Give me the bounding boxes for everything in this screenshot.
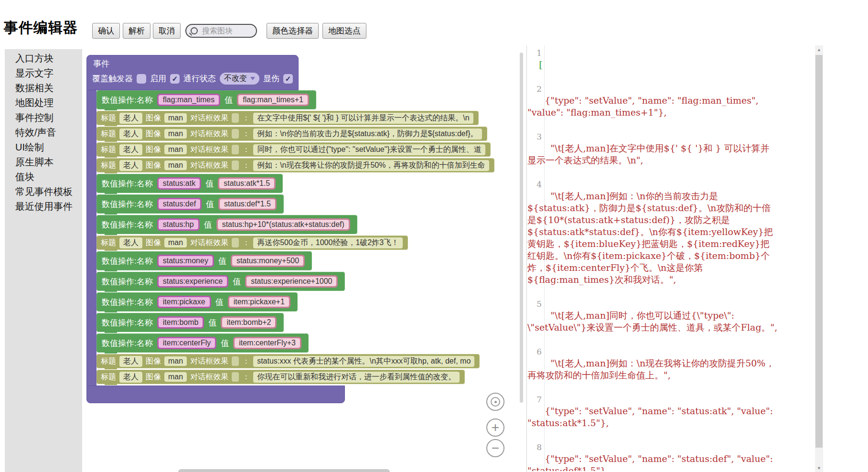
sidebar-category-item[interactable]: 显示文字: [15, 66, 82, 81]
name-chip[interactable]: item:pickaxe: [159, 297, 210, 307]
title-field[interactable]: 老人: [119, 237, 142, 248]
event-block[interactable]: 事件 覆盖触发器 启用 ✓ 通行状态 不改变 显伤 ✓: [86, 55, 494, 403]
name-chip[interactable]: status:money: [159, 256, 213, 266]
title-field[interactable]: 老人: [119, 160, 142, 171]
effect-field[interactable]: [232, 372, 239, 382]
dialog-block[interactable]: 标题 老人 图像 man 对话框效果 ： 你现在可以重新和我进行对话，进一步看到…: [96, 370, 465, 384]
name-chip[interactable]: item:centerFly: [159, 338, 215, 348]
code-scrollbar-thumb[interactable]: [815, 55, 823, 448]
scroll-up-icon[interactable]: ▲: [815, 45, 823, 54]
cancel-button[interactable]: 取消: [153, 23, 181, 39]
effect-field[interactable]: [232, 356, 239, 366]
sidebar-category-item[interactable]: 地图处理: [15, 96, 82, 110]
title-field[interactable]: 老人: [119, 144, 142, 155]
zoom-in-button[interactable]: +: [486, 418, 504, 437]
image-field[interactable]: man: [164, 356, 187, 366]
override-trigger-checkbox[interactable]: [137, 74, 146, 84]
effect-field[interactable]: [232, 113, 239, 123]
search-input[interactable]: [201, 26, 252, 36]
enable-checkbox[interactable]: ✓: [170, 74, 180, 84]
setvalue-block[interactable]: 数值操作:名称 status:money 值 status:money+500: [96, 251, 312, 270]
pass-state-dropdown[interactable]: 不改变: [220, 73, 259, 85]
name-chip[interactable]: item:bomb: [159, 318, 203, 327]
value-chip[interactable]: item:centerFly+3: [235, 338, 300, 348]
name-chip[interactable]: status:experience: [159, 277, 227, 286]
dialog-text-field[interactable]: 再送你500金币，1000经验，1破2炸3飞！: [253, 237, 403, 248]
value-chip[interactable]: status:experience+1000: [246, 277, 336, 286]
dialog-block[interactable]: 标题 老人 图像 man 对话框效果 ： 在文字中使用${' ${ '}和 } …: [96, 111, 479, 125]
value-chip[interactable]: status:money+500: [232, 256, 303, 266]
name-chip[interactable]: flag:man_times: [159, 95, 219, 105]
image-field[interactable]: man: [164, 238, 187, 247]
dialog-text-field[interactable]: 同时，你也可以通过{"type": "setValue"}来设置一个勇士的属性、…: [253, 144, 485, 155]
code-line[interactable]: 3 "\t[老人,man]在文字中使用${' ${ '}和 } 可以计算并显示一…: [527, 130, 778, 178]
title-field[interactable]: 老人: [119, 356, 142, 367]
blockly-workspace[interactable]: 事件 覆盖触发器 启用 ✓ 通行状态 不改变 显伤 ✓: [82, 45, 526, 472]
dialog-block[interactable]: 标题 老人 图像 man 对话框效果 ： 例如：\n现在我将让你的攻防提升50%…: [96, 158, 494, 172]
dialog-text-field[interactable]: 你现在可以重新和我进行对话，进一步看到属性值的改变。: [253, 372, 460, 383]
name-chip[interactable]: status:def: [159, 199, 200, 209]
workspace-horizontal-scrollbar[interactable]: [178, 469, 390, 472]
parse-button[interactable]: 解析: [123, 23, 150, 39]
sidebar-category-item[interactable]: 原生脚本: [15, 155, 82, 170]
sidebar-category-item[interactable]: 常见事件模板: [15, 184, 82, 199]
image-field[interactable]: man: [164, 145, 187, 154]
value-chip[interactable]: item:pickaxe+1: [229, 297, 289, 307]
sidebar-category-item[interactable]: 数据相关: [15, 81, 82, 96]
zoom-reset-button[interactable]: [486, 393, 504, 411]
sidebar-category-item[interactable]: 最近使用事件: [15, 199, 82, 214]
value-chip[interactable]: status:atk*1.5: [219, 179, 274, 188]
setvalue-block[interactable]: 数值操作:名称 flag:man_times 值 flag:man_times+…: [96, 90, 316, 109]
code-line[interactable]: 1[: [527, 47, 778, 83]
image-field[interactable]: man: [164, 161, 187, 170]
value-chip[interactable]: flag:man_times+1: [238, 95, 308, 105]
setvalue-block[interactable]: 数值操作:名称 item:bomb 值 item:bomb+2: [96, 313, 284, 332]
image-field[interactable]: man: [164, 372, 187, 382]
value-chip[interactable]: item:bomb+2: [222, 318, 275, 327]
sidebar-category-item[interactable]: 值块: [15, 170, 82, 184]
effect-field[interactable]: [232, 161, 239, 170]
dialog-text-field[interactable]: 例如：\n你的当前攻击力是${status:atk}，防御力是${status:…: [253, 129, 482, 139]
workspace-vertical-scrollbar[interactable]: [520, 53, 523, 403]
effect-field[interactable]: [232, 238, 239, 247]
image-field[interactable]: man: [164, 129, 187, 139]
code-line[interactable]: 6 "\t[老人,man]例如：\n现在我将让你的攻防提升50%，再将攻防和的十…: [527, 345, 778, 393]
confirm-button[interactable]: 确认: [92, 23, 120, 39]
dialog-block[interactable]: 标题 老人 图像 man 对话框效果 ： 再送你500金币，1000经验，1破2…: [96, 236, 408, 250]
image-field[interactable]: man: [164, 113, 187, 123]
code-line[interactable]: 5 "\t[老人,man]同时，你也可以通过{\"type\": \"setVa…: [527, 298, 778, 345]
dialog-block[interactable]: 标题 老人 图像 man 对话框效果 ： 例如：\n你的当前攻击力是${stat…: [96, 127, 487, 141]
effect-field[interactable]: [232, 145, 239, 154]
code-line[interactable]: 7 {"type": "setValue", "name": "status:a…: [527, 393, 778, 441]
dialog-block[interactable]: 标题 老人 图像 man 对话框效果 ： 同时，你也可以通过{"type": "…: [96, 142, 491, 157]
code-line[interactable]: 8 {"type": "setValue", "name": "status:d…: [527, 441, 778, 471]
map-pick-button[interactable]: 地图选点: [322, 23, 366, 39]
value-chip[interactable]: status:hp+10*(status:atk+status:def): [218, 220, 349, 229]
setvalue-block[interactable]: 数值操作:名称 status:experience 值 status:exper…: [96, 272, 345, 291]
color-picker-button[interactable]: 颜色选择器: [267, 23, 319, 39]
dialog-block[interactable]: 标题 老人 图像 man 对话框效果 ： status:xxx 代表勇士的某个属…: [96, 354, 480, 368]
title-field[interactable]: 老人: [119, 129, 142, 139]
code-line[interactable]: 2 {"type": "setValue", "name": "flag:man…: [527, 83, 778, 130]
title-field[interactable]: 老人: [119, 372, 142, 383]
sidebar-category-item[interactable]: 事件控制: [15, 110, 82, 125]
zoom-out-button[interactable]: −: [486, 439, 504, 457]
sidebar-category-item[interactable]: 入口方块: [15, 51, 82, 66]
setvalue-block[interactable]: 数值操作:名称 item:pickaxe 值 item:pickaxe+1: [96, 292, 298, 311]
code-line[interactable]: 4 "\t[老人,man]例如：\n你的当前攻击力是${status:atk}，…: [527, 178, 778, 298]
block-search-box[interactable]: [185, 24, 257, 38]
event-block-header[interactable]: 事件 覆盖触发器 启用 ✓ 通行状态 不改变 显伤 ✓: [86, 55, 299, 90]
setvalue-block[interactable]: 数值操作:名称 status:def 值 status:def*1.5: [96, 194, 284, 214]
dialog-text-field[interactable]: 例如：\n现在我将让你的攻防提升50%，再将攻防和的十倍加到生命: [253, 160, 489, 171]
dialog-text-field[interactable]: 在文字中使用${' ${ '}和 } 可以计算并显示一个表达式的结果。\n: [253, 113, 473, 124]
setvalue-block[interactable]: 数值操作:名称 item:centerFly 值 item:centerFly+…: [96, 333, 309, 353]
name-chip[interactable]: status:atk: [159, 179, 200, 188]
scroll-down-icon[interactable]: ▼: [815, 464, 823, 472]
sidebar-category-item[interactable]: 特效/声音: [15, 125, 82, 140]
display-damage-checkbox[interactable]: ✓: [283, 74, 293, 84]
name-chip[interactable]: status:hp: [159, 220, 198, 229]
setvalue-block[interactable]: 数值操作:名称 status:atk 值 status:atk*1.5: [96, 174, 283, 193]
setvalue-block[interactable]: 数值操作:名称 status:hp 值 status:hp+10*(status…: [96, 215, 357, 234]
dialog-text-field[interactable]: status:xxx 代表勇士的某个属性。\n其中xxx可取hp, atk, d…: [253, 356, 474, 367]
value-chip[interactable]: status:def*1.5: [220, 199, 275, 209]
